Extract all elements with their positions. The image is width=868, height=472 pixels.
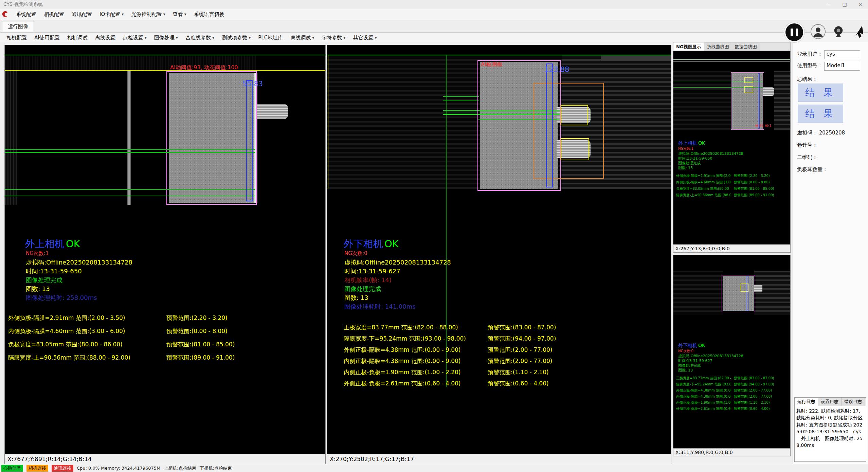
cursor-button[interactable] — [851, 25, 865, 40]
roi-rect-blue — [546, 63, 553, 187]
left-camera-image[interactable]: AI动阈值:93, 动态阈值:100 55.83 外上相机OK NG次数:1 虚… — [5, 45, 325, 454]
measurement-row: 内侧正极-隔膜=4.38mm 范围:(0.00 - 9.00) 预警范围:(2.… — [344, 357, 666, 365]
menu-view[interactable]: 查看▼ — [169, 11, 190, 18]
minimize-button[interactable]: — — [821, 2, 837, 7]
image-count: 图数: 13 — [26, 285, 50, 293]
ng-thumb-lower[interactable]: 外下相机OK NG次数:0 虚拟码:Offline202502081331347… — [673, 255, 791, 448]
pause-icon — [785, 23, 803, 41]
dropdown-arrow-icon: ▼ — [184, 13, 186, 16]
log-panel: 运行日志 设置日志 错误日志 耗时: 222, 缺陷检测耗时: 17, 缺陷分类… — [794, 397, 866, 462]
measurement-row: 隔膜宽度-下=95.24mm 范围:(93.00 - 98.00) 预警范围:(… — [344, 335, 666, 343]
qr-code-label: 二维码： — [797, 154, 817, 160]
measure-line-green — [5, 152, 255, 153]
baseline-green — [5, 55, 325, 55]
camera-button[interactable] — [831, 24, 846, 40]
left-camera-panel: AI动阈值:93, 动态阈值:100 55.83 外上相机OK NG次数:1 虚… — [4, 45, 326, 464]
tab-settings-log[interactable]: 设置日志 — [818, 398, 842, 406]
roi-rect-yellow — [744, 86, 753, 93]
tab-strip: 运行图像 — [0, 20, 868, 33]
tab-ng-view[interactable]: NG视图显示 — [673, 42, 704, 51]
menu-io-card-config[interactable]: IO卡配置▼ — [96, 11, 127, 18]
window-title: CYS-视觉检测系统 — [0, 1, 43, 7]
tool-offline-settings[interactable]: 离线设置 — [91, 35, 119, 41]
menu-light-control-config[interactable]: 光源控制配置▼ — [127, 11, 169, 18]
menu-system-config[interactable]: 系统配置 — [12, 11, 40, 18]
dropdown-arrow-icon: ▼ — [163, 13, 165, 16]
ng-count: NG次数:1 — [26, 250, 49, 257]
roi-rect-blue — [246, 80, 253, 201]
camera-name: 外上相机 — [25, 238, 65, 250]
info-panel: 登录用户： cys 使用型号： Model1 总结果： 结 果 结 果 虚拟码：… — [793, 42, 868, 464]
user-button[interactable] — [810, 24, 826, 41]
measurement-row: 隔膜宽度-上=90.56mm 范围:(88.00 - 92.00) 预警范围:(… — [8, 354, 324, 362]
result-box-2: 结 果 — [798, 105, 843, 123]
tab-data-curve[interactable]: 数据曲线图 — [732, 42, 760, 51]
tool-baseline-params[interactable]: 基准线参数▼ — [182, 35, 218, 41]
machine-slats — [774, 71, 790, 130]
maximize-button[interactable]: □ — [837, 2, 852, 7]
camera-icon — [831, 24, 846, 39]
roi-rect-pink — [166, 71, 257, 205]
roi-rect-orange — [534, 83, 604, 179]
menu-comm-config[interactable]: 通讯配置 — [68, 11, 96, 18]
tool-image-processing[interactable]: 图像处理▼ — [150, 35, 182, 41]
ng-tabs: NG视图显示 折线曲线图 数据曲线图 — [673, 42, 791, 51]
measure-line-green — [5, 149, 255, 150]
tool-other-settings[interactable]: 其它设置▼ — [349, 35, 381, 41]
tool-offline-debug[interactable]: 离线调试▼ — [287, 35, 318, 41]
model-value[interactable]: Model1 — [824, 62, 860, 71]
menu-camera-config[interactable]: 相机配置 — [40, 11, 68, 18]
measurement-row: 外侧正极-隔膜=4.38mm 范围:(0.00 - 9.00) 预警范围:(2.… — [344, 346, 666, 354]
tool-camera-config[interactable]: 相机配置 — [3, 35, 31, 41]
qr-code-row: 二维码： — [797, 154, 817, 161]
tool-char-params[interactable]: 字符参数▼ — [318, 35, 349, 41]
bright-tab — [754, 285, 762, 292]
ng-thumb-upper[interactable]: AI:61 AI:1 外上相机OK NG次数:1 虚拟码:Offline2025… — [673, 51, 791, 244]
measurement-row: 正极宽度=83.77mm 范围:(82.00 - 88.00) 预警范围:(83… — [344, 324, 666, 332]
thumb-measure-row: 内侧正极-隔膜=4.38mm 范围:(0.00 - 9.00)预警范围:(2.0… — [676, 394, 790, 399]
result-title: 外上相机OK — [678, 140, 705, 146]
menu-language-switch[interactable]: 系统语言切换 — [190, 11, 228, 18]
virtual-code: 虚拟码:Offline20250208133134728 — [678, 353, 743, 359]
tool-plc-address-lib[interactable]: PLC地址库 — [254, 35, 287, 41]
ng-thumb-upper-coords: X:267;Y:13;R:0;G:0;B:0 — [673, 244, 791, 253]
roll-pin-row: 卷针号： — [797, 142, 817, 148]
tool-ai-config[interactable]: AI使用配置 — [31, 35, 64, 41]
tab-error-log[interactable]: 错误日志 — [842, 398, 865, 406]
baseline-yellow — [328, 55, 328, 188]
thumb-measure-row: 外侧正极-隔膜=4.38mm 范围:(0.00 - 9.00)预警范围:(2.0… — [676, 388, 790, 393]
baseline-white — [673, 61, 790, 61]
right-camera-coords: X:270;Y:2502;R:17;G:17;B:17 — [327, 454, 671, 464]
machine-slats — [754, 271, 790, 315]
processing-done: 图像处理完成 — [26, 276, 62, 284]
roi-rect-yellow — [561, 105, 588, 125]
tab-prong — [763, 87, 774, 96]
login-value[interactable]: cys — [824, 50, 860, 59]
tool-spotcheck-settings[interactable]: 点检设置▼ — [119, 35, 150, 41]
thumb-measure-row: 正极宽度=83.77mm 范围:(82.00 - 88.00)预警范围:(83.… — [676, 376, 790, 381]
tab-run-log[interactable]: 运行日志 — [795, 398, 818, 406]
tool-camera-debug[interactable]: 相机调试 — [64, 35, 91, 41]
dropdown-arrow-icon: ▼ — [212, 36, 214, 39]
camera-link-status-badge: 相机连接 — [26, 465, 48, 472]
frame-rate-line: 相机帧率(帧: 14) — [344, 276, 392, 284]
pause-button[interactable] — [784, 22, 805, 43]
close-button[interactable]: × — [852, 2, 868, 7]
ai-threshold-label: AI动阈值:93, 动态阈值:100 — [170, 64, 238, 71]
tab-count-label: 负极耳数量： — [797, 166, 828, 173]
thumb-measure-row: 隔膜宽度-上=90.56mm 范围:(88.00 - 92.00)预警范围:(8… — [676, 193, 790, 198]
tool-test-item-params[interactable]: 测试项参数▼ — [218, 35, 254, 41]
machine-top-band — [601, 55, 671, 61]
tab-line-curve[interactable]: 折线曲线图 — [704, 42, 732, 51]
virtual-code: 虚拟码:Offline20250208133134728 — [678, 151, 743, 156]
dropdown-arrow-icon: ▼ — [122, 13, 124, 16]
tab-run-image[interactable]: 运行图像 — [2, 21, 34, 32]
dropdown-arrow-icon: ▼ — [312, 36, 314, 39]
right-camera-image[interactable]: AI检测框 123.88 外下相机OK NG次数:0 虚拟码:Offline20… — [327, 45, 671, 454]
thumb-measure-row: 外侧负极-隔膜=2.91mm 范围:(2.00 - 3.50)预警范围:(2.2… — [676, 174, 790, 178]
baseline-green — [673, 59, 790, 60]
capture-time: 时间:13-31-59-650 — [678, 156, 712, 161]
result-title: 外下相机OK — [344, 237, 399, 251]
log-text[interactable]: 耗时: 222, 缺陷检测耗时: 17, 缺陷分类耗时: 0, 缺陷提取分区耗时… — [795, 406, 866, 461]
menubar: 系统配置 相机配置 通讯配置 IO卡配置▼ 光源控制配置▼ 查看▼ 系统语言切换 — [0, 9, 868, 20]
